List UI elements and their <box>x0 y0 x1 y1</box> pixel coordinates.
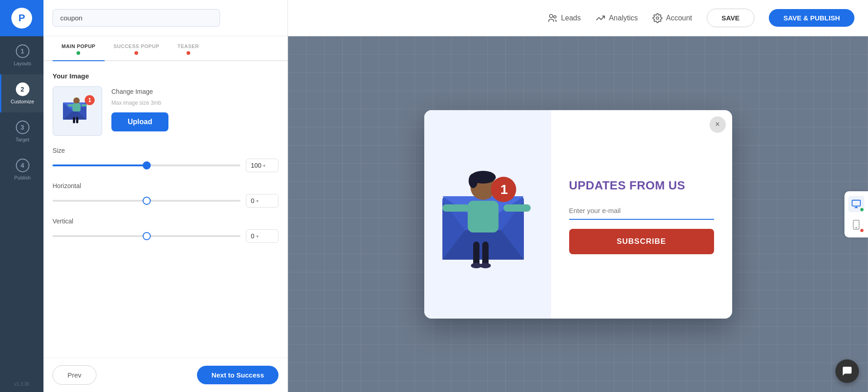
tab-teaser[interactable]: TEASER <box>168 36 208 60</box>
mobile-icon <box>853 220 860 230</box>
analytics-icon <box>595 13 605 23</box>
editor-panel: MAIN POPUP SUCCESS POPUP TEASER Your Ima… <box>43 0 288 392</box>
vertical-section: Vertical 0 ▾ <box>53 218 278 243</box>
popup-email-input[interactable] <box>569 202 714 220</box>
horizontal-value-box[interactable]: 0 ▾ <box>246 194 278 208</box>
vertical-value-box[interactable]: 0 ▾ <box>246 229 278 243</box>
svg-rect-8 <box>72 103 81 111</box>
logo-circle: P <box>11 8 32 29</box>
svg-point-12 <box>554 15 556 18</box>
nav-analytics[interactable]: Analytics <box>595 13 638 23</box>
analytics-label: Analytics <box>609 14 638 22</box>
size-value-box[interactable]: 100 ▾ <box>246 159 278 172</box>
top-nav: Leads Analytics Account SAVE SAVE & PUBL… <box>288 0 868 36</box>
prev-button[interactable]: Prev <box>53 365 96 385</box>
svg-point-22 <box>480 263 491 268</box>
gear-icon <box>652 13 662 23</box>
horizontal-slider[interactable] <box>53 200 240 202</box>
tab-success-popup[interactable]: SUCCESS POPUP <box>105 36 168 60</box>
nav-account[interactable]: Account <box>652 13 692 23</box>
svg-rect-6 <box>76 117 78 123</box>
desktop-status-dot <box>860 208 863 211</box>
horizontal-slider-row: 0 ▾ <box>53 194 278 208</box>
size-slider-row: 100 ▾ <box>53 159 278 172</box>
tab-main-popup[interactable]: MAIN POPUP <box>53 36 105 61</box>
close-icon: × <box>715 120 720 129</box>
canvas-area: Leads Analytics Account SAVE SAVE & PUBL… <box>288 0 868 392</box>
svg-rect-31 <box>852 200 860 206</box>
logo-letter: P <box>19 12 25 24</box>
svg-rect-10 <box>82 104 87 106</box>
svg-point-11 <box>550 14 553 17</box>
svg-rect-9 <box>68 104 73 106</box>
max-size-label: Max image size 3mb <box>111 100 168 106</box>
sidebar-item-label-target: Target <box>15 137 29 142</box>
leads-label: Leads <box>561 14 581 22</box>
next-button[interactable]: Next to Success <box>197 366 278 384</box>
image-preview: 1 <box>53 86 102 136</box>
panel-content: Your Image <box>43 61 288 358</box>
sidebar-item-target[interactable]: 3 Target <box>0 112 43 150</box>
svg-text:1: 1 <box>500 182 508 197</box>
sidebar-item-customize[interactable]: 2 Customize <box>0 74 43 112</box>
step-number-3: 3 <box>16 121 29 134</box>
svg-point-13 <box>656 17 659 19</box>
canvas: × <box>288 36 868 392</box>
desktop-icon <box>851 199 861 209</box>
campaign-name-input[interactable] <box>53 9 220 27</box>
vertical-label: Vertical <box>53 218 278 225</box>
device-toggle <box>844 191 868 237</box>
panel-header <box>43 0 288 36</box>
size-value: 100 <box>251 162 261 169</box>
horizontal-section: Horizontal 0 ▾ <box>53 182 278 208</box>
size-slider[interactable] <box>53 165 240 166</box>
popup-envelope-illustration: 1 <box>433 151 542 287</box>
vertical-slider[interactable] <box>53 235 240 237</box>
sidebar-item-label-publish: Publish <box>14 175 30 180</box>
sidebar-logo: P <box>0 0 43 36</box>
image-placeholder-icon: 1 <box>62 97 93 125</box>
size-section: Size 100 ▾ <box>53 147 278 172</box>
chat-icon <box>841 365 853 377</box>
panel-tabs: MAIN POPUP SUCCESS POPUP TEASER <box>43 36 288 61</box>
mobile-status-dot <box>860 229 863 232</box>
sidebar-nav: 1 Layouts 2 Customize 3 Target 4 Publish <box>0 36 43 376</box>
svg-point-28 <box>469 174 478 188</box>
sidebar-item-label-layouts: Layouts <box>14 61 31 66</box>
tab-dot-main <box>77 51 80 55</box>
popup-subscribe-button[interactable]: SUBSCRIBE <box>569 229 714 254</box>
svg-rect-5 <box>73 117 75 123</box>
popup-right-panel: UPDATES FROM US SUBSCRIBE <box>551 110 732 319</box>
app-version: v1.3.38 <box>14 376 29 392</box>
save-publish-button[interactable]: SAVE & PUBLISH <box>769 9 854 27</box>
badge-notification-small: 1 <box>85 95 95 105</box>
svg-rect-19 <box>473 242 480 266</box>
popup-illustration: 1 <box>429 119 547 319</box>
sidebar-item-layouts[interactable]: 1 Layouts <box>0 36 43 74</box>
horizontal-label: Horizontal <box>53 182 278 189</box>
desktop-device-button[interactable] <box>848 196 864 212</box>
image-section-title: Your Image <box>53 72 278 80</box>
svg-point-35 <box>856 227 857 228</box>
vertical-slider-row: 0 ▾ <box>53 229 278 243</box>
nav-leads[interactable]: Leads <box>547 13 581 23</box>
leads-icon <box>547 13 557 23</box>
popup-email-field-wrapper <box>569 202 714 220</box>
vertical-chevron-icon: ▾ <box>256 234 259 239</box>
change-image-label: Change Image <box>111 88 168 95</box>
vertical-value: 0 <box>251 232 254 240</box>
save-button[interactable]: SAVE <box>707 9 755 27</box>
mobile-device-button[interactable] <box>848 217 864 233</box>
panel-footer: Prev Next to Success <box>43 358 288 392</box>
upload-button[interactable]: Upload <box>111 112 168 131</box>
chat-bubble-button[interactable] <box>835 359 859 383</box>
sidebar-item-publish[interactable]: 4 Publish <box>0 150 43 189</box>
svg-rect-23 <box>468 201 499 232</box>
svg-point-7 <box>73 97 80 104</box>
tab-dot-success <box>134 51 138 55</box>
popup-close-button[interactable]: × <box>710 116 726 133</box>
step-number-1: 1 <box>16 44 29 58</box>
tab-dot-teaser <box>187 51 190 55</box>
popup-title: UPDATES FROM US <box>569 179 714 193</box>
svg-rect-25 <box>504 204 531 212</box>
